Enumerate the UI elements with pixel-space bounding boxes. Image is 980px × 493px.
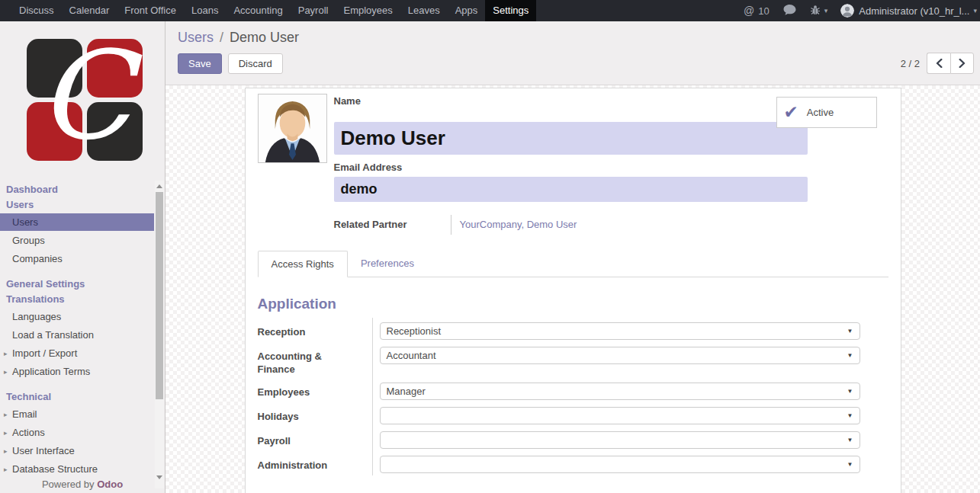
application-row-accounting-finance: Accounting & FinanceAccountant▼ bbox=[258, 347, 860, 376]
topnav-calendar[interactable]: Calendar bbox=[62, 0, 117, 21]
topnav-leaves[interactable]: Leaves bbox=[400, 0, 448, 21]
sidebar-item-companies[interactable]: Companies bbox=[0, 250, 154, 267]
sidebar-item-email[interactable]: ▸Email bbox=[0, 405, 154, 423]
user-name: Administrator (v10_hr_l... bbox=[859, 5, 969, 17]
field-label-accounting-finance: Accounting & Finance bbox=[258, 347, 372, 376]
sidebar-item-languages[interactable]: Languages bbox=[0, 308, 154, 325]
expand-caret-icon: ▸ bbox=[4, 464, 8, 475]
sidebar-item-actions[interactable]: ▸Actions bbox=[0, 424, 154, 441]
next-record-button[interactable] bbox=[950, 53, 974, 74]
related-partner-value[interactable]: YourCompany, Demo User bbox=[451, 215, 577, 235]
odoo-link[interactable]: Odoo bbox=[97, 479, 123, 490]
dropdown-caret-icon: ▼ bbox=[847, 388, 853, 395]
chat-bubble-icon bbox=[783, 5, 796, 18]
select-reception[interactable]: Receptionist▼ bbox=[380, 322, 860, 340]
select-accounting-finance[interactable]: Accountant▼ bbox=[380, 347, 860, 364]
user-menu-button[interactable]: Administrator (v10_hr_l... ▾ bbox=[840, 4, 977, 18]
select-payroll[interactable]: ▼ bbox=[380, 431, 860, 449]
inbox-mentions-button[interactable]: @ 10 bbox=[744, 5, 770, 17]
caret-down-icon: ▾ bbox=[824, 7, 828, 14]
select-administration[interactable]: ▼ bbox=[380, 456, 860, 473]
sidebar-label: User Interface bbox=[12, 445, 75, 456]
sidebar-header-technical[interactable]: Technical bbox=[0, 389, 165, 405]
sidebar-label: Groups bbox=[12, 235, 45, 246]
sidebar-label: General Settings bbox=[6, 278, 85, 290]
field-label-holidays: Holidays bbox=[258, 407, 372, 423]
settings-sidebar: C DashboardUsersUsersGroupsCompaniesGene… bbox=[0, 21, 165, 493]
field-label-employees: Employees bbox=[258, 383, 372, 399]
scrollbar-thumb[interactable] bbox=[156, 192, 163, 399]
tabs: Access RightsPreferences bbox=[258, 251, 888, 277]
application-section-title: Application bbox=[258, 296, 888, 312]
topnav-employees[interactable]: Employees bbox=[336, 0, 400, 21]
expand-caret-icon: ▸ bbox=[4, 348, 8, 360]
expand-caret-icon: ▸ bbox=[4, 427, 8, 439]
scroll-down-arrow-icon[interactable] bbox=[156, 475, 162, 479]
messages-button[interactable] bbox=[783, 5, 796, 18]
sidebar-header-dashboard[interactable]: Dashboard bbox=[0, 182, 165, 197]
expand-caret-icon: ▸ bbox=[4, 367, 8, 378]
powered-by-text: Powered by bbox=[42, 479, 95, 490]
sidebar-header-translations[interactable]: Translations bbox=[0, 292, 165, 307]
name-input[interactable]: Demo User bbox=[334, 122, 808, 155]
debug-menu-button[interactable]: ▾ bbox=[810, 5, 828, 18]
sidebar-label: Technical bbox=[6, 391, 51, 402]
dropdown-caret-icon: ▼ bbox=[847, 412, 853, 419]
sidebar-item-application-terms[interactable]: ▸Application Terms bbox=[0, 363, 154, 380]
sidebar-label: Translations bbox=[6, 293, 65, 305]
save-button[interactable]: Save bbox=[178, 53, 222, 74]
sidebar-header-users[interactable]: Users bbox=[0, 197, 165, 213]
topnav-loans[interactable]: Loans bbox=[184, 0, 226, 21]
tab-preferences[interactable]: Preferences bbox=[348, 251, 427, 277]
application-row-reception: ReceptionReceptionist▼ bbox=[258, 322, 860, 340]
related-partner-label: Related Partner bbox=[334, 215, 451, 235]
sidebar-label: Import / Export bbox=[12, 347, 77, 359]
sidebar-scrollbar[interactable] bbox=[155, 181, 164, 488]
select-value: Accountant bbox=[387, 350, 436, 361]
breadcrumb-users-link[interactable]: Users bbox=[178, 30, 214, 45]
topnav-discuss[interactable]: Discuss bbox=[11, 0, 62, 21]
chevron-right-icon bbox=[959, 59, 966, 68]
email-input[interactable]: demo bbox=[334, 177, 808, 202]
pager-counter: 2 / 2 bbox=[901, 58, 920, 69]
main-content: Users / Demo User Save Discard 2 / 2 bbox=[165, 21, 980, 493]
application-row-payroll: Payroll▼ bbox=[258, 431, 860, 449]
email-field-label: Email Address bbox=[334, 162, 808, 173]
top-navigation-bar: DiscussCalendarFront OfficeLoansAccounti… bbox=[0, 0, 980, 21]
breadcrumb-separator: / bbox=[217, 30, 226, 45]
sidebar-item-load-a-translation[interactable]: Load a Translation bbox=[0, 326, 154, 344]
sidebar-item-import-export[interactable]: ▸Import / Export bbox=[0, 344, 154, 362]
select-employees[interactable]: Manager▼ bbox=[380, 383, 860, 400]
user-photo[interactable] bbox=[258, 94, 327, 163]
chevron-left-icon bbox=[936, 59, 943, 68]
breadcrumb: Users / Demo User bbox=[178, 30, 974, 46]
form-view-area: Name Demo User Email Address demo Relate… bbox=[165, 85, 980, 493]
active-checkbox[interactable]: ✔ bbox=[784, 104, 798, 121]
select-holidays[interactable]: ▼ bbox=[380, 407, 860, 424]
sidebar-item-groups[interactable]: Groups bbox=[0, 232, 154, 249]
dropdown-caret-icon: ▼ bbox=[847, 437, 853, 443]
powered-by: Powered by Odoo bbox=[0, 477, 165, 491]
sidebar-label: Load a Translation bbox=[12, 329, 94, 341]
previous-record-button[interactable] bbox=[927, 53, 950, 74]
sidebar-item-users[interactable]: Users bbox=[0, 213, 154, 231]
sidebar-item-user-interface[interactable]: ▸User Interface bbox=[0, 442, 154, 459]
active-checkbox-group: ✔ Active bbox=[776, 97, 877, 128]
field-label-payroll: Payroll bbox=[258, 431, 372, 447]
scroll-up-arrow-icon[interactable] bbox=[156, 184, 162, 188]
expand-caret-icon: ▸ bbox=[4, 446, 8, 457]
sidebar-label: Languages bbox=[12, 311, 61, 322]
sidebar-label: Email bbox=[12, 408, 37, 420]
discard-button[interactable]: Discard bbox=[228, 53, 283, 74]
topnav-front-office[interactable]: Front Office bbox=[117, 0, 184, 21]
topnav-apps[interactable]: Apps bbox=[448, 0, 486, 21]
expand-caret-icon: ▸ bbox=[4, 409, 8, 421]
topnav-accounting[interactable]: Accounting bbox=[226, 0, 290, 21]
topnav-payroll[interactable]: Payroll bbox=[291, 0, 336, 21]
tab-access-rights[interactable]: Access Rights bbox=[258, 251, 348, 277]
sidebar-header-general-settings[interactable]: General Settings bbox=[0, 277, 165, 292]
topnav-settings[interactable]: Settings bbox=[485, 0, 536, 21]
sidebar-label: Users bbox=[6, 199, 34, 210]
sidebar-item-database-structure[interactable]: ▸Database Structure bbox=[0, 460, 154, 478]
select-value: Manager bbox=[387, 386, 426, 397]
